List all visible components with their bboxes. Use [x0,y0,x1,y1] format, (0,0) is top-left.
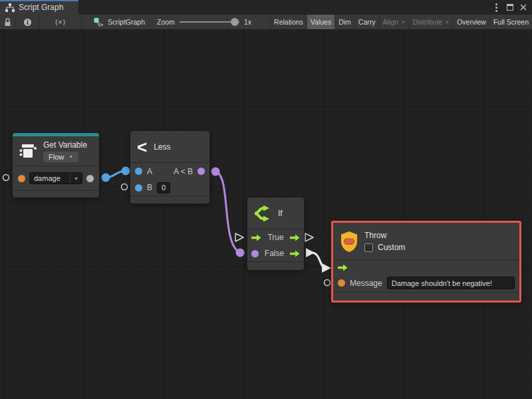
exception-shield-icon [339,231,359,253]
tab-script-graph[interactable]: Script Graph [0,0,78,15]
message-value: Damage shouldn't be negative! [392,279,492,287]
wire-endpoint [211,168,220,176]
unconnected-flow-indicator [235,233,243,241]
result-label: A < B [174,167,193,176]
input-a-label: A [147,167,152,176]
chevron-down-icon: ▼ [445,20,450,25]
window-controls [491,0,532,15]
info-icon [23,18,32,27]
node-less[interactable]: < Less A A < B B 0 [130,131,209,203]
input-b-value-field[interactable]: 0 [157,182,170,194]
button-label: Align [383,18,398,26]
toolbar-button-distribute[interactable]: Distribute ▼ [409,15,453,29]
button-label: Values [311,18,331,26]
input-a-port[interactable] [135,168,142,175]
node-if[interactable]: If True False [247,198,304,270]
node-throw-selected[interactable]: Throw Custom Message Damage shouldn't be… [331,221,521,303]
wire-endpoint [122,167,130,176]
button-label: Full Screen [493,18,529,26]
chevron-down-icon: ▼ [401,20,406,25]
zoom-slider[interactable] [180,18,239,26]
kebab-menu-icon [495,7,497,9]
node-footer [13,191,99,198]
condition-port[interactable] [251,250,259,257]
node-title: Get Variable [43,140,87,150]
unconnected-flow-indicator [305,233,313,241]
unconnected-port-indicator [325,280,331,286]
script-graph-asset-icon [94,17,104,27]
dropdown-section[interactable]: ▼ [70,173,82,184]
wire-damage-to-a[interactable] [106,171,126,178]
message-port[interactable] [338,279,345,287]
false-label: False [265,249,284,258]
node-footer [333,293,519,300]
less-operator-icon: < [137,138,147,156]
wire-result-to-condition[interactable] [215,172,240,253]
chevron-down-icon: ▼ [74,176,78,181]
toolbar-button-relations[interactable]: Relations [270,15,307,29]
info-button[interactable] [15,15,40,29]
zoom-slider-handle[interactable] [231,18,239,26]
graph-breadcrumb[interactable]: ScriptGraph [87,15,152,29]
variable-name-port[interactable] [18,175,25,182]
variable-value-output-port[interactable] [86,175,94,182]
zoom-label: Zoom [157,18,175,26]
graph-canvas[interactable]: Get Variable Flow ▼ damage ▼ < Les [0,30,532,399]
toolbar-button-fullscreen[interactable]: Full Screen [489,15,532,29]
node-title: Less [154,142,170,152]
zoom-value: 1x [244,18,251,26]
input-b-label: B [147,183,152,192]
wire-endpoint [102,174,110,182]
maximize-button[interactable] [504,2,515,13]
button-label: Relations [274,18,303,26]
wire-false-to-throw[interactable] [312,253,325,268]
toolbar-button-values[interactable]: Values [307,15,334,29]
toolbar-button-carry[interactable]: Carry [354,15,379,29]
graph-toolbar: ⟨×⟩ ScriptGraph Zoom 1x Relations Values… [0,15,532,30]
variable-kind-dropdown[interactable]: Flow ▼ [43,152,78,162]
false-output-port[interactable] [290,250,300,257]
close-icon [520,4,527,11]
maximize-icon [507,4,513,11]
unconnected-port-indicator [3,175,9,181]
message-label: Message [350,279,382,288]
code-toggle-icon: ⟨×⟩ [55,19,66,26]
unconnected-port-indicator [122,184,128,190]
button-label: Carry [358,18,376,26]
custom-label: Custom [378,243,405,252]
variable-icon [18,142,38,160]
toolbar-button-overview[interactable]: Overview [453,15,489,29]
button-label: Dim [338,18,351,26]
flow-enter-port[interactable] [338,264,348,271]
variable-name-value: damage [30,174,70,182]
chevron-down-icon: ▼ [68,154,73,159]
kind-label: Flow [49,153,64,161]
toolbar-spacer [257,15,270,29]
button-label: Overview [457,18,486,26]
graph-tree-icon [5,3,15,12]
input-b-port[interactable] [135,184,142,192]
lock-button[interactable] [0,15,15,29]
result-output-port[interactable] [198,168,205,175]
flow-wire-end-arrow [322,263,331,273]
close-button[interactable] [517,2,529,13]
true-label: True [267,233,283,242]
graph-name-label: ScriptGraph [108,18,145,26]
true-output-port[interactable] [290,234,300,241]
node-get-variable[interactable]: Get Variable Flow ▼ damage ▼ [13,133,99,198]
node-footer [130,196,209,203]
wire-endpoint [236,249,245,257]
flow-enter-port[interactable] [251,234,261,241]
toolbar-button-dim[interactable]: Dim [334,15,354,29]
variable-name-dropdown[interactable]: damage ▼ [29,172,82,184]
window-titlebar: Script Graph [0,0,532,15]
branch-icon [253,205,273,222]
button-label: Distribute [413,18,442,26]
message-value-field[interactable]: Damage shouldn't be negative! [387,277,515,289]
code-preview-toggle[interactable]: ⟨×⟩ [40,15,82,29]
window-menu-button[interactable] [491,2,502,13]
input-b-value: 0 [162,184,166,192]
zoom-control: Zoom 1x [152,15,257,29]
custom-checkbox[interactable] [364,243,373,252]
toolbar-button-align[interactable]: Align ▼ [379,15,409,29]
